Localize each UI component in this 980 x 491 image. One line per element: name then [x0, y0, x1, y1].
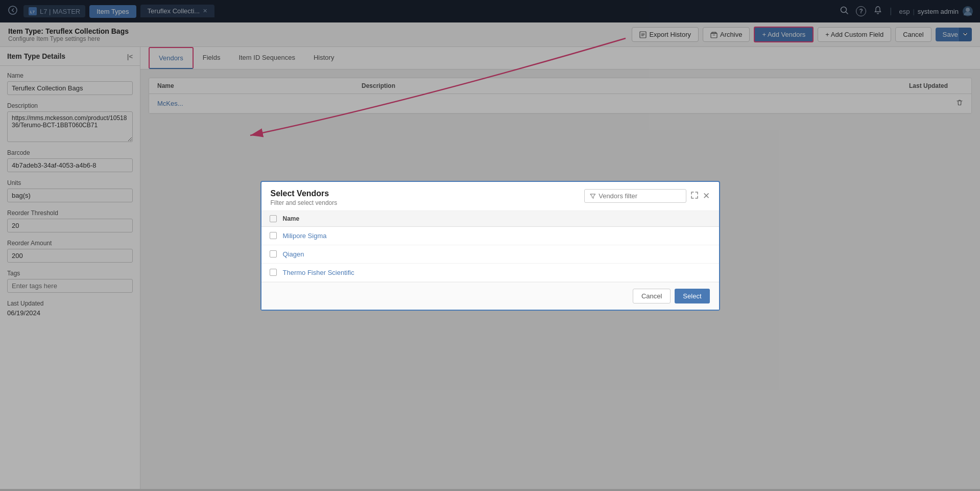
select-vendors-modal: Select Vendors Filter and select vendors…	[260, 181, 720, 311]
vendor-3-checkbox[interactable]	[270, 269, 277, 276]
modal-name-column-header: Name	[283, 215, 300, 222]
modal-list-header: Name	[261, 211, 719, 227]
vendor-2-checkbox[interactable]	[270, 250, 277, 258]
list-item[interactable]: Qiagen	[261, 245, 719, 264]
modal-header-actions: ✕	[584, 189, 710, 203]
list-item[interactable]: Thermo Fisher Scientific	[261, 264, 719, 282]
modal-footer: Cancel Select	[261, 282, 719, 310]
modal-overlay[interactable]: Select Vendors Filter and select vendors…	[0, 0, 980, 491]
vendor-filter-input[interactable]	[599, 192, 680, 200]
modal-title: Select Vendors	[271, 189, 338, 198]
vendor-3-name: Thermo Fisher Scientific	[283, 269, 354, 276]
list-item[interactable]: Milipore Sigma	[261, 227, 719, 245]
vendor-filter-input-wrapper[interactable]	[584, 189, 686, 203]
select-all-checkbox[interactable]	[270, 215, 277, 222]
modal-title-section: Select Vendors Filter and select vendors	[271, 189, 338, 206]
vendor-1-checkbox[interactable]	[270, 232, 277, 239]
modal-select-button[interactable]: Select	[675, 289, 709, 303]
modal-close-icon[interactable]: ✕	[703, 191, 710, 201]
filter-icon	[590, 193, 596, 199]
modal-subtitle: Filter and select vendors	[271, 199, 338, 206]
modal-cancel-button[interactable]: Cancel	[633, 289, 671, 303]
modal-expand-icon[interactable]	[690, 191, 699, 201]
modal-header: Select Vendors Filter and select vendors…	[261, 182, 719, 211]
vendor-2-name: Qiagen	[283, 250, 304, 258]
modal-body: Name Milipore Sigma Qiagen Thermo Fisher…	[261, 211, 719, 282]
vendor-1-name: Milipore Sigma	[283, 232, 327, 240]
